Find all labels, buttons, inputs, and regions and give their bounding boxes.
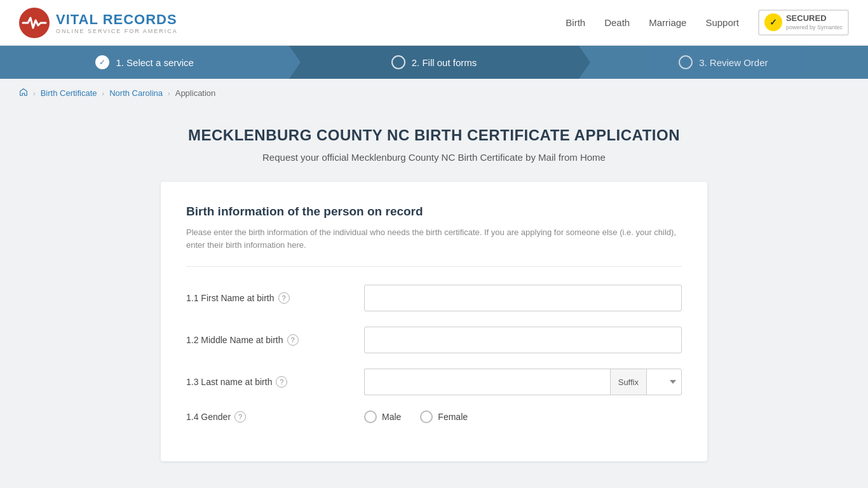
page-header: VITAL RECORDS ONLINE SERVICE FOR AMERICA… — [0, 0, 868, 46]
nav-birth[interactable]: Birth — [566, 17, 585, 28]
norton-check-icon: ✓ — [764, 13, 782, 31]
breadcrumb-sep-3: › — [168, 90, 170, 97]
first-name-help-icon[interactable]: ? — [278, 292, 290, 304]
progress-step-3[interactable]: 3. Review Order — [579, 46, 868, 79]
logo-brand: VITAL RECORDS — [56, 11, 178, 28]
step3-circle — [679, 55, 693, 69]
breadcrumb: › Birth Certificate › North Carolina › A… — [0, 79, 868, 107]
step1-circle: ✓ — [95, 55, 109, 69]
middle-name-input[interactable] — [364, 327, 682, 353]
logo-icon — [19, 8, 50, 38]
breadcrumb-sep-2: › — [102, 90, 105, 97]
last-name-input-group: Suffix Jr. Sr. II III IV — [364, 369, 682, 395]
gender-label: 1.4 Gender ? — [186, 411, 351, 423]
breadcrumb-state[interactable]: North Carolina — [109, 88, 163, 98]
gender-male-radio[interactable] — [364, 410, 377, 423]
progress-step-2[interactable]: 2. Fill out forms — [289, 46, 578, 79]
last-name-row: 1.3 Last name at birth ? Suffix Jr. Sr. … — [186, 369, 682, 395]
norton-badge: ✓ SECURED powered by Symantec — [758, 10, 849, 36]
logo-text: VITAL RECORDS ONLINE SERVICE FOR AMERICA — [56, 11, 178, 34]
form-section-title: Birth information of the person on recor… — [186, 205, 682, 219]
last-name-help-icon[interactable]: ? — [276, 376, 287, 388]
first-name-input[interactable] — [364, 285, 682, 311]
gender-female-option[interactable]: Female — [420, 410, 468, 423]
step3-label: 3. Review Order — [699, 57, 768, 68]
main-nav: Birth Death Marriage Support ✓ SECURED p… — [566, 10, 849, 36]
logo: VITAL RECORDS ONLINE SERVICE FOR AMERICA — [19, 8, 178, 38]
main-content: MECKLENBURG COUNTY NC BIRTH CERTIFICATE … — [148, 107, 720, 480]
breadcrumb-home[interactable] — [19, 88, 28, 98]
first-name-row: 1.1 First Name at birth ? — [186, 285, 682, 311]
gender-row: 1.4 Gender ? Male Female — [186, 410, 682, 423]
gender-male-option[interactable]: Male — [364, 410, 401, 423]
last-name-label: 1.3 Last name at birth ? — [186, 376, 351, 388]
gender-radio-group: Male Female — [364, 410, 468, 423]
step1-label: 1. Select a service — [116, 57, 194, 68]
gender-help-icon[interactable]: ? — [234, 411, 246, 423]
page-subtitle: Request your official Mecklenburg County… — [161, 152, 707, 163]
step2-label: 2. Fill out forms — [412, 57, 477, 68]
suffix-label: Suffix — [610, 369, 646, 395]
middle-name-row: 1.2 Middle Name at birth ? — [186, 327, 682, 353]
home-icon — [19, 88, 28, 97]
page-title: MECKLENBURG COUNTY NC BIRTH CERTIFICATE … — [161, 126, 707, 144]
nav-death[interactable]: Death — [604, 17, 630, 28]
middle-name-help-icon[interactable]: ? — [287, 334, 299, 346]
progress-step-1[interactable]: ✓ 1. Select a service — [0, 46, 289, 79]
breadcrumb-current: Application — [175, 88, 216, 98]
gender-female-radio[interactable] — [420, 410, 433, 423]
norton-text: SECURED powered by Symantec — [786, 13, 843, 32]
first-name-label: 1.1 First Name at birth ? — [186, 292, 351, 304]
step2-circle — [391, 55, 405, 69]
last-name-input[interactable] — [364, 369, 610, 395]
logo-tagline: ONLINE SERVICE FOR AMERICA — [56, 28, 178, 34]
suffix-select[interactable]: Jr. Sr. II III IV — [646, 369, 682, 395]
breadcrumb-birth-certificate[interactable]: Birth Certificate — [41, 88, 97, 98]
form-divider — [186, 266, 682, 267]
middle-name-label: 1.2 Middle Name at birth ? — [186, 334, 351, 346]
nav-marriage[interactable]: Marriage — [649, 17, 686, 28]
progress-bar: ✓ 1. Select a service 2. Fill out forms … — [0, 46, 868, 79]
form-section-desc: Please enter the birth information of th… — [186, 226, 682, 251]
form-card: Birth information of the person on recor… — [161, 182, 707, 461]
breadcrumb-sep-1: › — [33, 90, 36, 97]
nav-support[interactable]: Support — [705, 17, 739, 28]
